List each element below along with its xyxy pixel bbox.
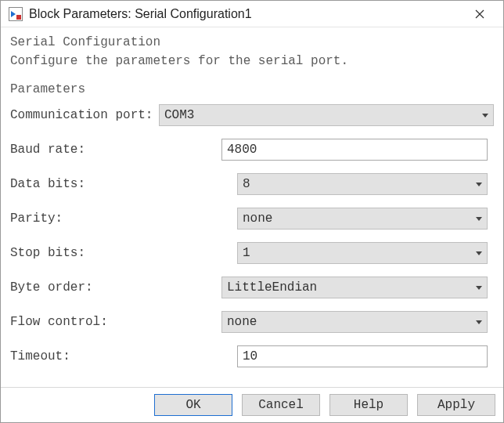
dialog-footer: OK Cancel Help Apply bbox=[1, 387, 503, 422]
config-section-heading: Serial Configuration bbox=[9, 32, 495, 49]
dropdown-byte-order-value: LittleEndian bbox=[227, 280, 471, 295]
apply-button[interactable]: Apply bbox=[417, 394, 495, 416]
row-byte-order: Byte order: LittleEndian bbox=[9, 272, 495, 303]
label-timeout: Timeout: bbox=[10, 349, 237, 363]
help-button[interactable]: Help bbox=[329, 394, 408, 416]
label-parity: Parity: bbox=[10, 212, 237, 226]
dropdown-communication-port[interactable]: COM3 bbox=[159, 104, 494, 126]
titlebar: Block Parameters: Serial Configuration1 bbox=[1, 1, 503, 27]
dialog-content: Serial Configuration Configure the param… bbox=[1, 27, 503, 387]
row-data-bits: Data bits: 8 bbox=[9, 168, 495, 200]
parameters-section-heading: Parameters bbox=[9, 79, 495, 96]
close-icon bbox=[475, 9, 484, 19]
input-baud-rate[interactable] bbox=[221, 139, 488, 161]
dropdown-byte-order[interactable]: LittleEndian bbox=[221, 277, 488, 298]
chevron-down-icon bbox=[476, 217, 482, 221]
chevron-down-icon bbox=[476, 251, 482, 255]
chevron-down-icon bbox=[482, 114, 488, 118]
row-communication-port: Communication port: COM3 bbox=[9, 99, 495, 131]
row-baud-rate: Baud rate: bbox=[9, 134, 495, 165]
label-data-bits: Data bits: bbox=[10, 177, 237, 191]
input-timeout[interactable] bbox=[237, 345, 488, 367]
label-stop-bits: Stop bits: bbox=[10, 246, 237, 260]
label-communication-port: Communication port: bbox=[10, 108, 159, 122]
ok-button[interactable]: OK bbox=[154, 394, 232, 416]
row-stop-bits: Stop bits: 1 bbox=[9, 237, 495, 269]
cancel-button[interactable]: Cancel bbox=[242, 394, 320, 416]
window-title: Block Parameters: Serial Configuration1 bbox=[29, 7, 464, 21]
dropdown-data-bits[interactable]: 8 bbox=[237, 173, 488, 195]
row-timeout: Timeout: bbox=[9, 341, 495, 372]
dialog-window: Block Parameters: Serial Configuration1 … bbox=[0, 0, 504, 423]
dropdown-parity-value: none bbox=[243, 212, 471, 226]
chevron-down-icon bbox=[476, 183, 482, 186]
dropdown-flow-control[interactable]: none bbox=[221, 311, 488, 333]
row-parity: Parity: none bbox=[9, 203, 495, 234]
dropdown-flow-control-value: none bbox=[227, 315, 471, 329]
dropdown-data-bits-value: 8 bbox=[243, 177, 471, 191]
label-flow-control: Flow control: bbox=[10, 315, 221, 329]
app-icon bbox=[9, 7, 23, 21]
chevron-down-icon bbox=[476, 286, 482, 290]
label-baud-rate: Baud rate: bbox=[10, 143, 221, 157]
config-description: Configure the parameters for the serial … bbox=[9, 52, 495, 76]
dropdown-communication-port-value: COM3 bbox=[164, 108, 477, 122]
row-flow-control: Flow control: none bbox=[9, 306, 495, 338]
close-button[interactable] bbox=[464, 3, 495, 25]
label-byte-order: Byte order: bbox=[10, 280, 221, 295]
dropdown-stop-bits[interactable]: 1 bbox=[237, 242, 488, 264]
chevron-down-icon bbox=[476, 320, 482, 324]
dropdown-stop-bits-value: 1 bbox=[243, 246, 471, 260]
dropdown-parity[interactable]: none bbox=[237, 208, 488, 230]
